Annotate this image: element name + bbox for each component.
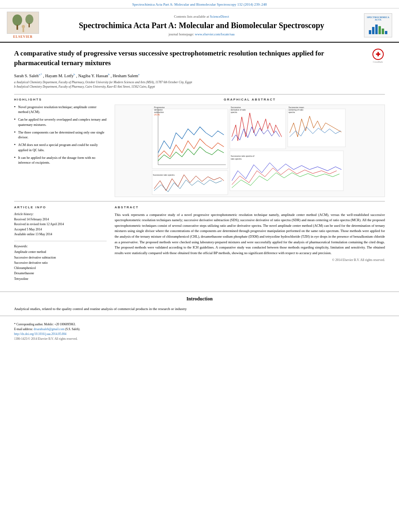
accepted-date: Accepted 5 May 2014: [14, 227, 107, 232]
bottom-footer: * Corresponding author. Mobile: +20 1006…: [0, 316, 399, 343]
svg-text:Progressive: Progressive: [154, 107, 165, 109]
author2-sup: b: [74, 73, 75, 76]
svg-text:Successive ratio spectra of: Successive ratio spectra of: [230, 155, 255, 157]
copyright-line: © 2014 Elsevier B.V. All rights reserved…: [115, 258, 385, 262]
info-divider: [14, 241, 107, 241]
svg-rect-19: [288, 109, 346, 147]
paper-content: A comparative study of progressive versu…: [0, 43, 399, 286]
introduction-section: Introduction Analytical studies, related…: [0, 296, 399, 312]
keyword-3: Successive derivative ratio: [14, 260, 107, 265]
bar-5: [382, 29, 384, 34]
author1-name: Sarah S. Saleh: [14, 73, 39, 78]
received-date: Received 14 February 2014: [14, 217, 107, 222]
bar-4: [378, 26, 381, 34]
author4-name: , Hesham Salem: [111, 73, 138, 78]
keywords-title: Keywords:: [14, 244, 107, 248]
highlights-section: HIGHLIGHTS Novel progressive resolution …: [14, 98, 107, 197]
article-info-label: ARTICLE INFO: [14, 205, 107, 209]
svg-text:centering of ratio: centering of ratio: [288, 109, 303, 111]
bar-6: [385, 31, 387, 34]
crossmark: ✚ CrossMark: [371, 49, 385, 63]
highlight-item-5: It can be applied for analysis of the do…: [14, 155, 107, 166]
graphical-abstract-label: GRAPHICAL ABSTRACT: [115, 98, 385, 101]
author-email[interactable]: drsarahsaleh@gmail.com: [34, 327, 64, 331]
article-history: Article history: Received 14 February 20…: [14, 212, 107, 237]
svg-rect-4: [29, 23, 30, 27]
revised-date: Received in revised form 12 April 2014: [14, 222, 107, 227]
graphical-abstract-section: GRAPHICAL ABSTRACT Progressive: [115, 98, 385, 197]
keyword-1: Amplitude center method: [14, 249, 107, 255]
svg-text:derivative: derivative: [154, 109, 162, 111]
svg-text:ratio spectra: ratio spectra: [230, 158, 241, 160]
abstract-column: ABSTRACT This work represents a comparat…: [115, 205, 385, 281]
journal-center-info: Contents lists available at ScienceDirec…: [45, 14, 358, 36]
svg-text:(ACM): (ACM): [154, 113, 160, 115]
available-date: Available online 13 May 2014: [14, 232, 107, 237]
svg-point-5: [22, 25, 25, 28]
svg-rect-8: [152, 109, 228, 169]
journal-homepage-url[interactable]: www.elsevier.com/locate/saa: [195, 32, 235, 36]
footer-right: [115, 322, 385, 341]
crossmark-icon: ✚: [372, 49, 384, 60]
footer-left: * Corresponding author. Mobile: +20 1006…: [14, 322, 107, 341]
elsevier-wordmark: ELSEVIER: [13, 35, 33, 39]
paper-title: A comparative study of progressive versu…: [14, 49, 367, 68]
svg-text:subtraction: subtraction: [154, 111, 164, 113]
highlight-item-2: Can be applied for severely overlapped a…: [14, 117, 107, 127]
authors-line: Sarah S. Saleha,* , Hayam M. Lotfyb , Na…: [14, 73, 385, 78]
journal-logo-right: SPECTROCHIMICA ACTA: [362, 13, 394, 37]
keyword-2: Successive derivative subtraction: [14, 255, 107, 260]
rights-text: 1386-1425/© 2014 Elsevier B.V. All right…: [14, 337, 107, 341]
bar-1: [369, 30, 371, 34]
svg-text:derivative of ratio: derivative of ratio: [230, 109, 246, 111]
svg-text:spectra: spectra: [288, 111, 295, 113]
graphical-abstract-image: Progressive derivative subtraction (ACM)…: [115, 105, 385, 197]
journal-reference-line: Spectrochimica Acta Part A: Molecular an…: [0, 0, 399, 8]
footer-divider: [0, 292, 399, 292]
svg-point-1: [12, 14, 22, 26]
affiliation-b: b Analytical Chemistry Department, Facul…: [14, 84, 385, 89]
doi-link[interactable]: http://dx.doi.org/10.1016/j.saa.2014.05.…: [14, 332, 107, 337]
svg-rect-15: [230, 109, 286, 149]
author3-sup: b: [108, 73, 110, 76]
history-title: Article history:: [14, 212, 107, 216]
author1-sup: a,*: [39, 73, 42, 76]
sciencedirect-link[interactable]: ScienceDirect: [210, 14, 229, 18]
highlight-item-4: ACM does not need a special program and …: [14, 142, 107, 153]
article-info-column: ARTICLE INFO Article history: Received 1…: [14, 205, 107, 281]
svg-point-2: [25, 14, 33, 24]
bar-2: [372, 27, 374, 34]
author3-name: , Nagiba Y. Hassan: [76, 73, 108, 78]
section-divider-2: [14, 201, 385, 201]
section-divider-1: [14, 94, 385, 94]
elsevier-logo-image: [7, 12, 39, 34]
introduction-text: Analytical studies, related to the quali…: [14, 306, 385, 312]
keywords-section: Keywords: Amplitude center method Succes…: [14, 244, 107, 281]
elsevier-logo: ELSEVIER: [5, 12, 41, 39]
affiliations: a Analytical Chemistry Department, Facul…: [14, 80, 385, 89]
author4-sup: a: [138, 73, 139, 76]
article-info-abstract-section: ARTICLE INFO Article history: Received 1…: [14, 205, 385, 281]
crossmark-label: CrossMark: [373, 61, 383, 63]
paper-title-section: A comparative study of progressive versu…: [14, 49, 385, 68]
svg-rect-6: [23, 28, 24, 32]
elsevier-tree-svg: [7, 12, 39, 34]
highlight-item-3: The three components can be determined u…: [14, 130, 107, 140]
svg-text:Successive ratio spectra: Successive ratio spectra: [153, 174, 175, 176]
journal-homepage: journal homepage: www.elsevier.com/locat…: [45, 32, 358, 36]
keyword-4: Chloramphenicol: [14, 265, 107, 271]
highlights-graphical-section: HIGHLIGHTS Novel progressive resolution …: [14, 98, 385, 197]
corresponding-author: * Corresponding author. Mobile: +20 1006…: [14, 322, 107, 332]
journal-header: ELSEVIER Contents lists available at Sci…: [0, 8, 399, 43]
highlights-label: HIGHLIGHTS: [14, 98, 107, 101]
sciencedirect-line: Contents lists available at ScienceDirec…: [45, 14, 358, 18]
journal-logo-image: SPECTROCHIMICA ACTA: [364, 13, 392, 37]
journal-logo-bars: [369, 22, 387, 34]
journal-logo-title: SPECTROCHIMICA ACTA: [366, 16, 391, 21]
journal-title: Spectrochimica Acta Part A: Molecular an…: [45, 20, 358, 31]
svg-text:Successive: Successive: [230, 107, 241, 109]
highlight-item-1: Novel progressive resolution technique; …: [14, 105, 107, 115]
abstract-text: This work represents a comparative study…: [115, 212, 385, 256]
introduction-title: Introduction: [14, 296, 385, 302]
keyword-5: Dexamethasone: [14, 271, 107, 276]
